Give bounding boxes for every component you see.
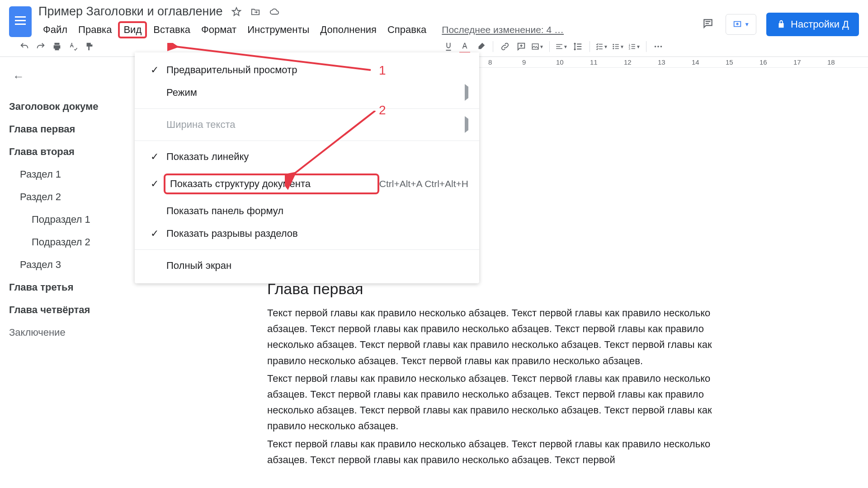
- menu-edit[interactable]: Правка: [74, 22, 116, 38]
- dd-preview[interactable]: ✓ Предварительный просмотр: [135, 59, 479, 81]
- print-icon[interactable]: [51, 40, 63, 53]
- check-icon: ✓: [146, 178, 164, 190]
- outline-back-icon[interactable]: ←: [13, 70, 126, 84]
- menu-tools[interactable]: Инструменты: [243, 22, 314, 38]
- outline-item[interactable]: Подраздел 1: [9, 208, 126, 231]
- comment-add-icon[interactable]: [515, 40, 528, 53]
- annotation-1: 1: [379, 63, 386, 78]
- last-edit-link[interactable]: Последнее изменение: 4 …: [442, 24, 564, 35]
- dd-mode[interactable]: Режим: [135, 81, 479, 104]
- undo-icon[interactable]: [18, 40, 31, 53]
- line-spacing-icon[interactable]: [571, 40, 584, 53]
- doc-title[interactable]: Пример Заголовки и оглавление: [38, 5, 223, 19]
- comments-icon[interactable]: [702, 18, 716, 31]
- share-label: Настройки Д: [791, 19, 849, 30]
- submenu-arrow-icon: [465, 119, 468, 131]
- align-icon[interactable]: ▼: [555, 40, 568, 53]
- svg-point-8: [660, 46, 662, 47]
- document-outline: ← Заголовок докуме Глава первая Глава вт…: [0, 57, 136, 488]
- annotation-2: 2: [379, 103, 386, 117]
- paint-format-icon[interactable]: [83, 40, 96, 53]
- menu-addons[interactable]: Дополнения: [316, 22, 381, 38]
- doc-paragraph: Текст первой главы как правило несколько…: [267, 371, 736, 434]
- outline-item[interactable]: Раздел 3: [9, 253, 126, 276]
- outline-item[interactable]: Подраздел 2: [9, 231, 126, 253]
- svg-point-1: [613, 46, 614, 47]
- text-color-icon[interactable]: [458, 40, 471, 53]
- bullet-list-icon[interactable]: ▼: [612, 40, 624, 53]
- spellcheck-icon[interactable]: [67, 40, 80, 53]
- outline-item[interactable]: Глава первая: [9, 118, 126, 141]
- check-icon: ✓: [146, 228, 164, 239]
- move-folder-icon[interactable]: [250, 6, 261, 17]
- doc-paragraph: Текст первой главы как правило несколько…: [267, 305, 736, 369]
- doc-paragraph: Текст первой главы как правило несколько…: [267, 436, 736, 468]
- dd-formulabar[interactable]: Показать панель формул: [135, 200, 479, 222]
- underline-icon[interactable]: [442, 40, 455, 53]
- star-icon[interactable]: [231, 6, 242, 17]
- docs-logo[interactable]: [9, 6, 32, 37]
- redo-icon[interactable]: [34, 40, 47, 53]
- menu-bar: Файл Правка Вид Вставка Формат Инструмен…: [38, 21, 695, 38]
- submenu-arrow-icon: [465, 87, 468, 99]
- menu-insert[interactable]: Вставка: [149, 22, 195, 38]
- svg-point-2: [613, 48, 614, 49]
- document-page[interactable]: Глава первая Текст первой главы как прав…: [260, 280, 744, 468]
- more-icon[interactable]: [652, 40, 665, 53]
- menu-help[interactable]: Справка: [383, 22, 431, 38]
- check-icon: ✓: [146, 64, 164, 76]
- outline-item[interactable]: Раздел 2: [9, 186, 126, 208]
- present-button[interactable]: ▼: [726, 14, 756, 35]
- number-list-icon[interactable]: 123▼: [628, 40, 641, 53]
- share-button[interactable]: Настройки Д: [766, 13, 859, 36]
- dd-fullscreen[interactable]: Полный экран: [135, 254, 479, 277]
- outline-item[interactable]: Раздел 1: [9, 163, 126, 186]
- outline-item[interactable]: Заключение: [9, 321, 126, 344]
- outline-item[interactable]: Глава вторая: [9, 141, 126, 163]
- outline-item[interactable]: Заголовок докуме: [9, 95, 126, 118]
- view-dropdown: ✓ Предварительный просмотр Режим Ширина …: [135, 52, 479, 283]
- outline-item[interactable]: Глава четвёртая: [9, 299, 126, 321]
- dd-shortcut: Ctrl+Alt+A Ctrl+Alt+H: [379, 178, 468, 189]
- header-bar: Пример Заголовки и оглавление Файл Правк…: [0, 0, 868, 38]
- dd-sectionbreaks[interactable]: ✓ Показать разрывы разделов: [135, 222, 479, 245]
- link-icon[interactable]: [499, 40, 511, 53]
- check-icon: ✓: [146, 151, 164, 163]
- menu-file[interactable]: Файл: [38, 22, 72, 38]
- svg-point-0: [613, 44, 614, 45]
- svg-point-6: [655, 46, 656, 47]
- menu-view[interactable]: Вид: [118, 21, 147, 38]
- svg-point-7: [657, 46, 659, 47]
- cloud-status-icon[interactable]: [269, 6, 280, 17]
- outline-item[interactable]: Глава третья: [9, 276, 126, 299]
- highlight-icon[interactable]: [475, 40, 487, 53]
- dd-ruler[interactable]: ✓ Показать линейку: [135, 145, 479, 168]
- svg-text:3: 3: [629, 47, 631, 50]
- dd-outline[interactable]: ✓ Показать структуру документа Ctrl+Alt+…: [135, 168, 479, 200]
- checklist-icon[interactable]: ▼: [595, 40, 608, 53]
- image-icon[interactable]: ▼: [531, 40, 544, 53]
- dd-textwidth[interactable]: Ширина текста: [135, 113, 479, 136]
- menu-format[interactable]: Формат: [197, 22, 241, 38]
